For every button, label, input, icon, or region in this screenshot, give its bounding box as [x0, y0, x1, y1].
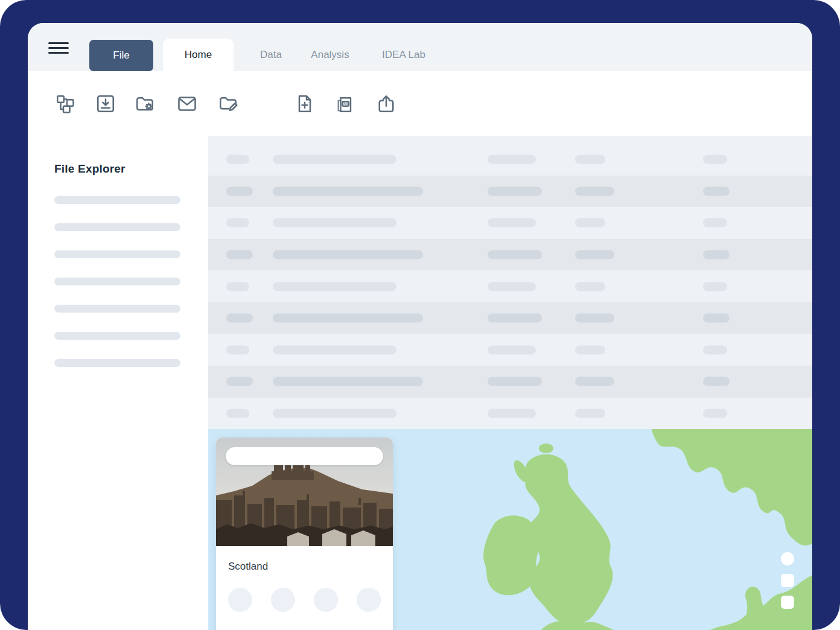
hierarchy-icon: [54, 93, 76, 115]
hierarchy-button[interactable]: [52, 91, 78, 116]
cell-placeholder: [226, 186, 253, 196]
card-action-button[interactable]: [228, 588, 252, 612]
cell-placeholder: [273, 377, 423, 386]
map-search-input[interactable]: [226, 447, 383, 465]
table-row[interactable]: [208, 144, 812, 176]
import-icon: [95, 93, 116, 115]
edinburgh-skyline-photo: [216, 438, 393, 546]
folder-settings-icon: [134, 93, 156, 115]
sidebar-skeleton-item[interactable]: [54, 223, 180, 231]
cell-placeholder: [488, 218, 536, 228]
card-body: Scotland: [216, 546, 393, 612]
cell-placeholder: [226, 314, 253, 323]
add-document-icon: [294, 93, 316, 115]
sidebar-skeleton-item[interactable]: [54, 196, 180, 204]
main-panel: Scotland: [208, 136, 812, 630]
cell-placeholder: [575, 377, 614, 386]
sidebar-skeleton-item[interactable]: [54, 332, 180, 340]
table-row[interactable]: [208, 398, 812, 429]
cell-placeholder: [226, 282, 249, 291]
app-window: File Home Data Analysis IDEA Lab: [28, 23, 812, 630]
svg-text:PDF: PDF: [343, 102, 349, 106]
cell-placeholder: [575, 186, 614, 196]
tab-file[interactable]: File: [89, 40, 153, 71]
table-row[interactable]: [208, 176, 812, 208]
cell-placeholder: [273, 409, 396, 418]
file-explorer-panel: File Explorer: [28, 136, 208, 630]
card-action-button[interactable]: [271, 588, 295, 612]
file-explorer-title: File Explorer: [54, 162, 208, 176]
map-zoom-out-control[interactable]: [781, 596, 794, 609]
cell-placeholder: [703, 409, 727, 418]
map-land-island: [781, 479, 797, 490]
cell-placeholder: [226, 218, 249, 228]
cell-placeholder: [575, 250, 614, 259]
pdf-export-button[interactable]: PDF: [332, 91, 358, 116]
top-nav: File Home Data Analysis IDEA Lab: [28, 23, 812, 71]
mail-icon: [176, 93, 198, 115]
cell-placeholder: [488, 155, 536, 164]
card-action-button[interactable]: [357, 588, 381, 612]
table-row[interactable]: [208, 302, 812, 334]
folder-settings-button[interactable]: [132, 91, 158, 116]
table-row[interactable]: [208, 207, 812, 239]
map-land-ireland: [483, 515, 539, 595]
cell-placeholder: [488, 186, 542, 196]
map-land-jutland: [745, 587, 768, 630]
table-row[interactable]: [208, 366, 812, 398]
cell-placeholder: [575, 155, 605, 164]
cell-placeholder: [273, 186, 423, 196]
cell-placeholder: [703, 377, 730, 386]
tab-idea-lab[interactable]: IDEA Lab: [371, 39, 437, 71]
cell-placeholder: [703, 345, 727, 354]
table-row[interactable]: [208, 239, 812, 271]
cell-placeholder: [575, 345, 605, 354]
hamburger-menu-icon[interactable]: [48, 42, 69, 54]
tab-home[interactable]: Home: [163, 39, 234, 71]
share-button[interactable]: [374, 91, 399, 116]
toolbar: PDF: [28, 71, 812, 136]
cell-placeholder: [488, 250, 542, 259]
cell-placeholder: [575, 218, 605, 228]
cell-placeholder: [226, 377, 253, 386]
cell-placeholder: [273, 345, 396, 354]
cell-placeholder: [226, 345, 249, 354]
tab-analysis[interactable]: Analysis: [300, 39, 360, 71]
folder-edit-button[interactable]: [215, 91, 241, 116]
file-explorer-list: [54, 196, 208, 367]
cell-placeholder: [273, 155, 396, 164]
folder-edit-icon: [217, 93, 239, 115]
sidebar-skeleton-item[interactable]: [54, 250, 180, 258]
cell-placeholder: [488, 409, 536, 418]
cell-placeholder: [703, 314, 730, 323]
table-row[interactable]: [208, 334, 812, 366]
sidebar-skeleton-item[interactable]: [54, 278, 180, 285]
cell-placeholder: [226, 155, 249, 164]
card-action-button[interactable]: [314, 588, 338, 612]
map-land-isles: [539, 444, 553, 453]
cell-placeholder: [703, 218, 727, 228]
cell-placeholder: [273, 282, 396, 291]
map-zoom-in-control[interactable]: [781, 574, 794, 587]
cell-placeholder: [226, 250, 253, 259]
sidebar-skeleton-item[interactable]: [54, 359, 180, 367]
table-row[interactable]: [208, 270, 812, 302]
cell-placeholder: [226, 409, 249, 418]
cell-placeholder: [703, 186, 730, 196]
import-button[interactable]: [93, 91, 118, 116]
pdf-export-icon: PDF: [334, 93, 356, 115]
tab-data[interactable]: Data: [249, 39, 293, 71]
cell-placeholder: [273, 314, 423, 323]
map-view[interactable]: Scotland: [208, 429, 812, 630]
sidebar-skeleton-item[interactable]: [54, 305, 180, 313]
mail-button[interactable]: [174, 91, 200, 116]
data-table: [208, 136, 812, 429]
cell-placeholder: [703, 250, 730, 259]
cell-placeholder: [488, 377, 542, 386]
screenshot-canvas: File Home Data Analysis IDEA Lab: [0, 0, 840, 630]
add-document-button[interactable]: [292, 91, 317, 116]
map-locate-control[interactable]: [781, 552, 794, 565]
cell-placeholder: [488, 282, 536, 291]
location-card[interactable]: Scotland: [216, 438, 393, 630]
cell-placeholder: [703, 155, 727, 164]
